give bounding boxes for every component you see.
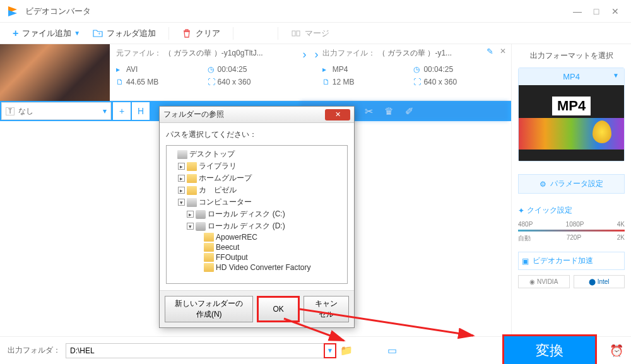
video-icon: ▸ [116, 65, 126, 74]
res-2k: 2K [617, 234, 625, 243]
tree-node-homegroup[interactable]: ▸ホームグループ [169, 172, 345, 184]
output-folder-input[interactable] [66, 343, 324, 358]
dialog-prompt: パスを選択してください： [166, 129, 348, 140]
file-row: ✕ ✎ 元ファイル：（ ガラスの華 ）-y1q0gTltJ... › › 出力フ… [0, 44, 511, 101]
format-preview: MP4 [519, 85, 624, 161]
svg-text:+: + [98, 31, 101, 37]
tree-node-drive-c[interactable]: ▸ローカル ディスク (C:) [169, 208, 345, 220]
src-file-label: 元ファイル： [116, 49, 162, 57]
plus-icon: + [13, 28, 18, 39]
edit-filename-button[interactable]: ✎ [487, 47, 493, 56]
quick-settings-label: ✦ クイック設定 [518, 205, 625, 216]
clock-icon: ◷ [208, 65, 218, 74]
maximize-button[interactable]: □ [587, 6, 606, 16]
add-subtitle-button[interactable]: + [113, 102, 131, 120]
gpu-nvidia[interactable]: ◉ NVIDIA [518, 275, 570, 288]
out-size: 12 MB [333, 78, 355, 86]
format-selector[interactable]: MP4 ▼ MP4 [518, 68, 625, 161]
tree-node-folder[interactable]: Beecut [169, 242, 345, 252]
sidebar: 出力フォーマットを選択 MP4 ▼ MP4 ⚙ パラメータ設定 ✦ クイック設定… [511, 44, 631, 336]
chip-icon: ▣ [522, 257, 529, 266]
separator [278, 27, 278, 40]
svg-rect-1 [292, 31, 295, 36]
hardware-accel-button[interactable]: ▣ ビデオカード加速 [518, 252, 625, 270]
chevron-right-icon: › [303, 48, 307, 61]
add-folder-label: フォルダ追加 [107, 28, 156, 39]
open-folder-button[interactable]: 📁 [336, 344, 357, 356]
app-logo-icon [6, 5, 19, 18]
file-icon: 🗋 [116, 78, 126, 86]
new-folder-button[interactable]: 新しいフォルダーの作成(N) [165, 296, 253, 322]
tree-node-libraries[interactable]: ▸ライブラリ [169, 160, 345, 172]
chevron-down-icon: ▼ [613, 72, 619, 79]
tree-node-folder[interactable]: HD Video Converter Factory [169, 262, 345, 273]
src-file-name: （ ガラスの華 ）-y1q0gTltJ... [164, 49, 263, 57]
dialog-title: フォルダーの参照 [163, 109, 325, 120]
merge-button[interactable]: マージ [285, 25, 336, 42]
subtitle-value: なし [18, 106, 33, 117]
src-duration: 00:04:25 [218, 65, 247, 74]
trash-icon [182, 28, 192, 38]
gpu-options: ◉ NVIDIA ⬤ Intel [518, 275, 625, 288]
bottom-bar: 出力フォルダ： ▼ 📁 ▭ 変換 ⏰ [0, 336, 631, 364]
titlebar: ビデオコンバータ — □ ✕ [0, 0, 631, 23]
out-res: 640 x 360 [423, 78, 457, 86]
resolution-icon: ⛶ [413, 78, 423, 86]
output-folder-label: 出力フォルダ： [8, 345, 61, 356]
tree-node-computer[interactable]: ▾コンピューター [169, 196, 345, 208]
resolution-slider[interactable]: 480P 1080P 4K 自動 720P 2K [518, 221, 625, 243]
folder-plus-icon: + [93, 28, 103, 38]
parameter-settings-button[interactable]: ⚙ パラメータ設定 [518, 174, 625, 194]
svg-rect-2 [297, 31, 300, 36]
video-thumbnail[interactable] [0, 44, 110, 101]
tree-node-folder[interactable]: FFOutput [169, 252, 345, 262]
cancel-button[interactable]: キャンセル [304, 296, 349, 322]
tree-node-desktop[interactable]: デスクトップ [169, 148, 345, 160]
param-label: パラメータ設定 [550, 179, 603, 189]
merge-label: マージ [305, 28, 329, 39]
out-file-name: （ ガラスの華 ）-y1... [378, 49, 452, 57]
convert-button[interactable]: 変換 [502, 334, 597, 365]
subtitle-select[interactable]: T なし ▾ [1, 102, 111, 120]
output-format-title: 出力フォーマットを選択 [518, 50, 625, 61]
separator [233, 27, 233, 40]
close-button[interactable]: ✕ [606, 6, 625, 16]
chevron-right-icon: › [314, 48, 318, 61]
open-output-button[interactable]: ▭ [382, 344, 402, 356]
star-icon: ✦ [518, 206, 524, 215]
clear-button[interactable]: クリア [175, 25, 227, 42]
tree-node-folder[interactable]: ApowerREC [169, 232, 345, 242]
res-720p: 720P [567, 234, 581, 243]
intel-icon: ⬤ [589, 278, 596, 285]
out-file-label: 出力ファイル： [322, 49, 375, 57]
folder-dropdown-button[interactable]: ▼ [324, 343, 336, 358]
add-folder-button[interactable]: + フォルダ追加 [86, 25, 162, 42]
dialog-buttons: 新しいフォルダーの作成(N) OK キャンセル [160, 290, 354, 327]
ok-button[interactable]: OK [257, 296, 299, 322]
folder-tree[interactable]: デスクトップ ▸ライブラリ ▸ホームグループ ▸カ ピゼル ▾コンピューター ▸… [166, 145, 348, 284]
dialog-close-button[interactable]: ✕ [325, 109, 350, 120]
tree-node-drive-d[interactable]: ▾ローカル ディスク (D:) [169, 220, 345, 232]
add-file-button[interactable]: + ファイル追加 ▼ [6, 25, 86, 42]
format-label: MP4 [563, 72, 580, 81]
subtitle-t-icon: T [6, 107, 15, 115]
src-size: 44.65 MB [126, 78, 158, 86]
chevron-down-icon: ▼ [74, 30, 80, 37]
sliders-icon: ⚙ [540, 180, 546, 189]
clear-label: クリア [196, 28, 220, 39]
window-title: ビデオコンバータ [25, 6, 568, 17]
res-1080p: 1080P [566, 221, 584, 228]
res-480p: 480P [518, 221, 533, 228]
remove-file-button[interactable]: ✕ [500, 47, 506, 56]
tree-node-user[interactable]: ▸カ ピゼル [169, 184, 345, 196]
out-format: MP4 [333, 65, 348, 74]
file-icon: 🗋 [322, 78, 333, 86]
format-badge: MP4 [552, 97, 591, 115]
subtitle-h-button[interactable]: H [132, 102, 150, 120]
gpu-intel[interactable]: ⬤ Intel [574, 275, 625, 288]
minimize-button[interactable]: — [568, 6, 587, 16]
scheduler-button[interactable]: ⏰ [610, 344, 623, 358]
separator [168, 27, 169, 40]
src-format: AVI [126, 65, 138, 74]
nvidia-icon: ◉ [529, 278, 535, 285]
